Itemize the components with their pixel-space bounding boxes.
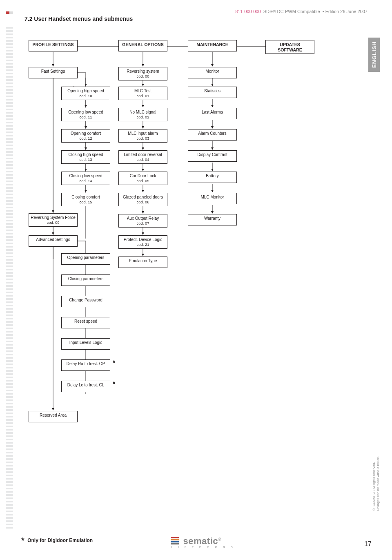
label: Limited door reversal [124, 152, 162, 157]
node-fast-settings: Fast Settings [29, 67, 78, 78]
root-profile-settings: PROFILE SETTINGS [29, 40, 78, 51]
code: cod. 13 [63, 157, 108, 162]
node-last-alarms: Last Alarms [188, 108, 237, 119]
node-change-password: Change Password [61, 296, 110, 307]
label: Opening comfort [71, 131, 101, 136]
logo-tagline: L I F T D O O R S [171, 546, 235, 549]
node-car-door-lock: Car Door Lock cod. 05 [118, 172, 167, 185]
node-alarm-counters: Alarm Counters [188, 129, 237, 141]
code: cod. 14 [63, 178, 108, 183]
code: cod. 04 [120, 157, 165, 162]
logo-name: sematic® [183, 536, 221, 547]
node-monitor: Monitor [188, 67, 237, 78]
code: cod. 00 [120, 74, 165, 78]
code: cod. 15 [63, 200, 108, 204]
node-glazed-paneled-doors: Glazed paneled doors cod. 06 [118, 193, 167, 206]
label: MLC Test [134, 89, 151, 93]
code: cod. 03 [120, 136, 165, 141]
node-protect-device-logic: Protect. Device Logic cod. 21 [118, 235, 167, 249]
header-product: SDS® DC-PWM Compatible [263, 9, 320, 14]
node-aux-output-relay: Aux Output Relay cod. 07 [118, 214, 167, 228]
node-reversing-system-force: Reversing System Force cod. 09 [29, 213, 78, 227]
node-opening-comfort: Opening comfort cod. 12 [61, 129, 110, 143]
code: cod. 02 [120, 115, 165, 119]
node-emulation-type: Emulation Type [118, 257, 167, 268]
asterisk-icon: * [113, 359, 115, 367]
page: 811-000-000 SDS® DC-PWM Compatible • Edi… [0, 0, 392, 524]
code: cod. 06 [120, 200, 165, 204]
code: cod. 11 [63, 115, 108, 119]
node-mlc-input-alarm: MLC input alarm cod. 03 [118, 129, 167, 143]
code: cod. 01 [120, 94, 165, 98]
label: Protect. Device Logic [124, 237, 163, 242]
label: Reversing System Force [31, 215, 75, 220]
copyright-text: © SEMATIC • All rights reserved. Changes… [372, 456, 380, 511]
label: Aux Output Relay [127, 216, 159, 221]
header-docnum: 811-000-000 [235, 9, 261, 14]
label: Car Door Lock [130, 174, 156, 178]
node-closing-high-speed: Closing high speed cod. 13 [61, 150, 110, 164]
label: Closing comfort [71, 195, 100, 199]
node-no-mlc-signal: No MLC signal cod. 02 [118, 108, 167, 121]
label: Closing high speed [68, 152, 103, 157]
node-reversing-system: Reversing system cod. 00 [118, 67, 167, 80]
flowchart: PROFILE SETTINGS GENERAL OPTIONS MAINTEN… [20, 34, 355, 524]
footnote-text: Only for Digidoor Emulation [27, 538, 93, 543]
code: cod. 21 [120, 242, 165, 247]
node-input-levels-logic: Input Levels Logic [61, 338, 110, 350]
node-reset-speed: Reset speed [61, 317, 110, 328]
node-closing-comfort: Closing comfort cod. 15 [61, 193, 110, 206]
root-updates-software: UPDATES SOFTWARE [265, 40, 314, 54]
logo-bars-icon [171, 537, 179, 545]
section-title: 7.2 User Handset menus and submenus [24, 16, 376, 22]
node-battery: Battery [188, 172, 237, 183]
node-closing-parameters: Closing parameters [61, 274, 110, 286]
code: cod. 05 [120, 178, 165, 183]
node-mlc-monitor: MLC Monitor [188, 193, 237, 204]
node-opening-low-speed: Opening low speed cod. 11 [61, 108, 110, 121]
node-statistics: Statistics [188, 87, 237, 98]
node-opening-parameters: Opening parameters [61, 253, 110, 265]
node-limited-door-reversal: Limited door reversal cod. 04 [118, 150, 167, 164]
footnote: * Only for Digidoor Emulation [21, 536, 93, 545]
brand-logo: sematic® L I F T D O O R S [157, 536, 235, 549]
label: Closing low speed [69, 174, 102, 178]
label: No MLC signal [129, 110, 156, 114]
node-warranty: Warranty [188, 214, 237, 225]
page-number: 17 [364, 540, 372, 548]
code: cod. 12 [63, 136, 108, 141]
node-delay-ra-irest-op: Delay Ra to Irest. OP [61, 359, 110, 371]
label: MLC input alarm [128, 131, 158, 136]
code: cod. 07 [120, 221, 165, 225]
label: Reversing system [127, 69, 159, 74]
node-reserved-area: Reserved Area [29, 411, 78, 422]
asterisk-icon: * [21, 536, 24, 545]
node-opening-high-speed: Opening high speed cod. 10 [61, 87, 110, 100]
node-closing-low-speed: Closing low speed cod. 14 [61, 172, 110, 185]
root-general-options: GENERAL OPTIONS [118, 40, 167, 51]
header-doc-info: 811-000-000 SDS® DC-PWM Compatible • Edi… [235, 9, 368, 14]
label: Glazed paneled doors [123, 195, 163, 199]
node-delay-lc-irest-cl: Delay Lc to Irest. CL [61, 381, 110, 392]
label: Opening high speed [67, 89, 104, 93]
label: Opening low speed [68, 110, 103, 114]
root-maintenance: MAINTENANCE [188, 40, 237, 51]
node-mlc-test: MLC Test cod. 01 [118, 87, 167, 100]
asterisk-icon: * [113, 381, 115, 388]
language-tab: ENGLISH [368, 38, 380, 72]
header-edition: Edition 26 June 2007 [325, 9, 368, 14]
code: cod. 09 [31, 220, 76, 225]
node-advanced-settings: Advanced Settings [29, 235, 78, 247]
node-display-contrast: Display Contrast [188, 150, 237, 162]
code: cod. 10 [63, 94, 108, 98]
